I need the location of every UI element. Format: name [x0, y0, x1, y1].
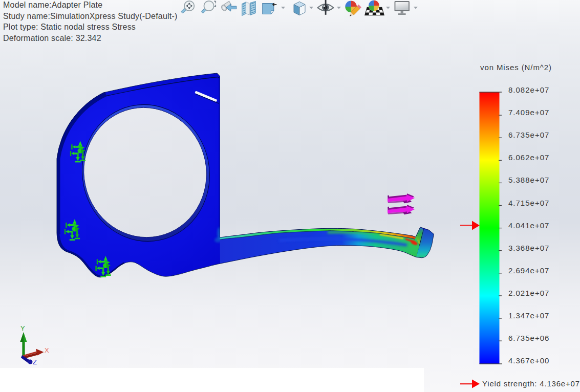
svg-text:6.735e+06: 6.735e+06	[508, 334, 549, 342]
svg-text:Plot type: Static nodal stress: Plot type: Static nodal stress Stress	[3, 23, 136, 31]
svg-text:2.021e+07: 2.021e+07	[508, 289, 549, 297]
svg-text:4.041e+07: 4.041e+07	[508, 221, 549, 230]
svg-text:Model name:Adapter Plate: Model name:Adapter Plate	[3, 1, 102, 9]
svg-text:7.409e+07: 7.409e+07	[508, 108, 549, 117]
svg-text:4.715e+07: 4.715e+07	[508, 199, 549, 207]
svg-text:8.082e+07: 8.082e+07	[508, 85, 549, 94]
svg-text:6.735e+07: 6.735e+07	[508, 130, 549, 139]
svg-text:von Mises (N/m^2): von Mises (N/m^2)	[480, 63, 552, 72]
svg-text:Deformation scale: 32.342: Deformation scale: 32.342	[3, 34, 101, 42]
svg-text:5.388e+07: 5.388e+07	[508, 176, 549, 184]
svg-text:6.062e+07: 6.062e+07	[508, 153, 549, 162]
svg-text:Y: Y	[20, 324, 25, 332]
svg-text:Yield strength: 4.136e+07: Yield strength: 4.136e+07	[482, 379, 580, 388]
svg-text:3.368e+07: 3.368e+07	[508, 244, 549, 252]
svg-text:Study name:SimulationXpress St: Study name:SimulationXpress Study(-Defau…	[3, 12, 178, 20]
svg-text:4.367e+00: 4.367e+00	[508, 356, 549, 365]
svg-text:X: X	[45, 346, 49, 354]
svg-text:1.347e+07: 1.347e+07	[508, 311, 549, 320]
svg-text:Z: Z	[33, 358, 37, 366]
svg-text:2.694e+07: 2.694e+07	[508, 266, 549, 275]
